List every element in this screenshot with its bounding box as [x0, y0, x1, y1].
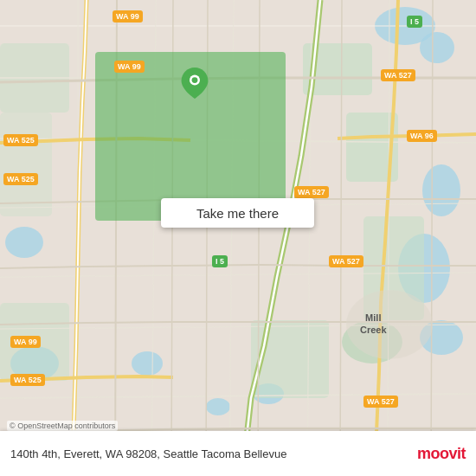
route-badge-wa527-tr: WA 527 — [381, 69, 415, 81]
route-badge-wa527-mid2: WA 527 — [329, 255, 363, 267]
map-container: WA 99 I 5 WA 99 WA 527 WA 525 WA 96 WA 5… — [0, 0, 476, 476]
route-badge-wa99-top: WA 99 — [113, 10, 143, 23]
route-badge-wa527-bot: WA 527 — [363, 396, 398, 408]
svg-point-6 — [422, 164, 460, 216]
route-badge-wa527-mid1: WA 527 — [294, 186, 329, 198]
route-badge-wa99-mid: WA 99 — [114, 61, 145, 73]
svg-point-10 — [206, 398, 230, 415]
route-badge-wa96-right: WA 96 — [407, 130, 437, 142]
svg-rect-18 — [0, 113, 52, 216]
route-badge-wa525-left: WA 525 — [3, 134, 38, 146]
svg-point-5 — [420, 32, 454, 63]
route-badge-wa525-bot: WA 525 — [10, 374, 45, 386]
bottom-bar: 140th 4th, Everett, WA 98208, Seattle Ta… — [0, 431, 476, 476]
take-me-there-button[interactable]: Take me there — [161, 198, 314, 228]
route-badge-i5-mid: I 5 — [212, 255, 228, 267]
mill-creek-label: MillCreek — [360, 312, 387, 337]
svg-point-3 — [132, 351, 163, 376]
copyright-text: © OpenStreetMap contributors — [7, 421, 118, 431]
svg-point-37 — [346, 290, 433, 359]
route-badge-i5-top: I 5 — [407, 16, 422, 28]
svg-point-1 — [5, 227, 43, 258]
moovit-logo: moovit — [417, 445, 466, 463]
moovit-brand-text: moovit — [417, 445, 466, 463]
route-badge-wa99-bot: WA 99 — [10, 336, 41, 348]
address-text: 140th 4th, Everett, WA 98208, Seattle Ta… — [10, 447, 417, 460]
route-badge-wa525-mid: WA 525 — [3, 173, 38, 185]
